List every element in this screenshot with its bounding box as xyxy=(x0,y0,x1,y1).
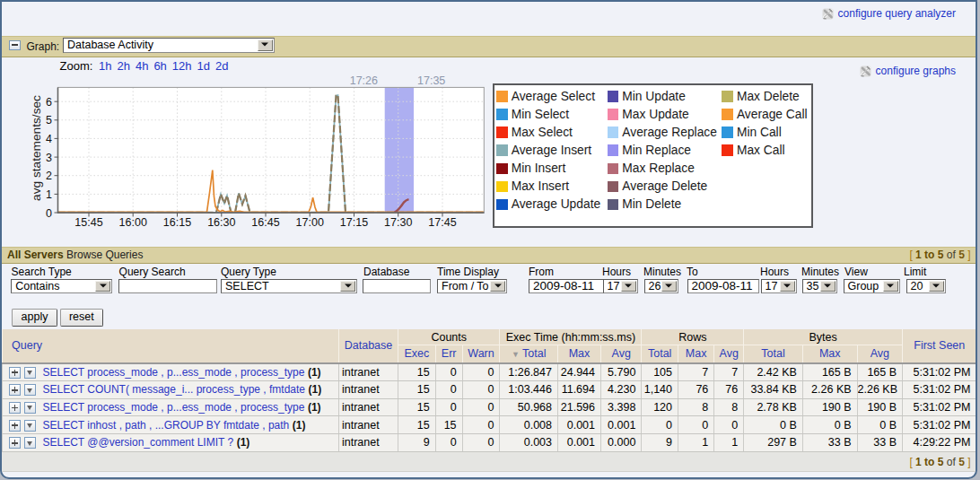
svg-text:16:45: 16:45 xyxy=(251,216,279,229)
svg-text:16:00: 16:00 xyxy=(119,216,147,229)
svg-text:4: 4 xyxy=(46,133,52,145)
svg-text:17:00: 17:00 xyxy=(296,216,324,229)
svg-text:5: 5 xyxy=(46,114,52,127)
svg-text:0: 0 xyxy=(46,207,52,220)
svg-text:17:15: 17:15 xyxy=(340,216,368,229)
svg-text:3: 3 xyxy=(46,152,52,164)
svg-text:16:30: 16:30 xyxy=(207,216,235,229)
svg-text:1: 1 xyxy=(46,188,52,201)
svg-text:17:45: 17:45 xyxy=(428,216,456,229)
svg-text:17:35: 17:35 xyxy=(417,74,445,87)
svg-text:17:26: 17:26 xyxy=(350,74,378,87)
svg-text:avg statements/sec: avg statements/sec xyxy=(30,95,43,201)
svg-text:16:15: 16:15 xyxy=(163,216,191,229)
svg-text:2: 2 xyxy=(46,170,52,182)
svg-text:6: 6 xyxy=(46,96,52,109)
svg-text:15:45: 15:45 xyxy=(74,216,102,229)
svg-text:17:30: 17:30 xyxy=(384,216,412,229)
